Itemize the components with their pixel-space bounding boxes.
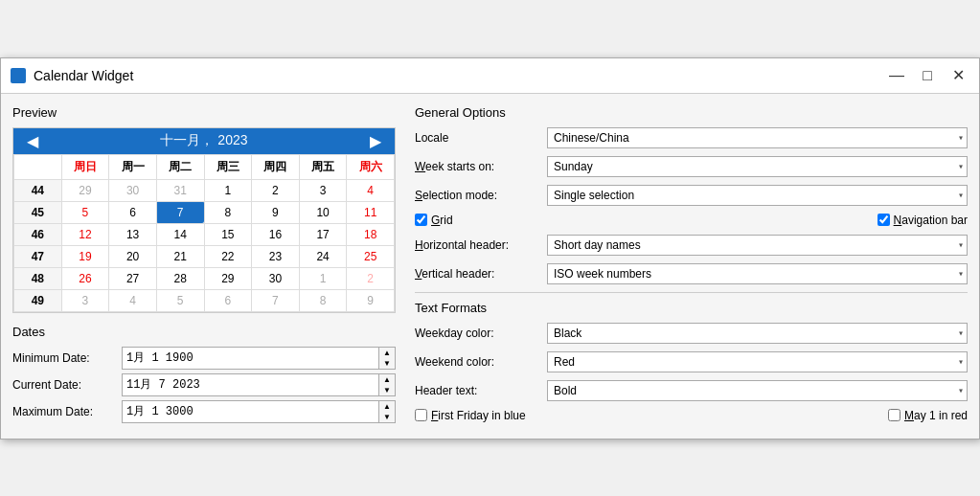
week-number: 49 <box>14 289 62 311</box>
weekday-color-select[interactable]: Black Blue Red Green <box>547 323 968 344</box>
maximum-date-input[interactable] <box>123 401 378 422</box>
sunday-header: 周日 <box>61 154 109 179</box>
calendar-day[interactable]: 7 <box>156 201 204 223</box>
prev-month-button[interactable]: ◀ <box>21 132 44 150</box>
bottom-checkboxes-row: First Friday in blue May 1 in red <box>415 409 968 422</box>
week-number: 48 <box>14 267 62 289</box>
minimum-date-input[interactable] <box>123 348 378 369</box>
current-date-row: Current Date: ▲ ▼ <box>12 373 396 396</box>
header-text-label: Header text: <box>415 384 539 397</box>
horizontal-header-label: Horizontal header: <box>415 238 539 252</box>
may1-group: May 1 in red <box>888 409 968 422</box>
header-text-select[interactable]: Bold Normal Italic <box>547 380 968 401</box>
weekday-color-label: Weekday color: <box>415 327 539 340</box>
calendar-day[interactable]: 1 <box>299 267 347 289</box>
navbar-checkbox[interactable] <box>877 214 890 226</box>
calendar-day[interactable]: 18 <box>347 223 395 245</box>
first-friday-checkbox[interactable] <box>415 409 427 421</box>
next-month-button[interactable]: ▶ <box>364 132 387 150</box>
calendar-day[interactable]: 24 <box>299 245 347 267</box>
locale-select[interactable]: Chinese/China English/US French/France <box>547 127 968 148</box>
calendar-day[interactable]: 10 <box>299 201 347 223</box>
calendar-day[interactable]: 29 <box>204 267 252 289</box>
calendar-day[interactable]: 4 <box>109 289 157 311</box>
grid-checkbox[interactable] <box>415 214 427 226</box>
saturday-header: 周六 <box>347 154 395 179</box>
horizontal-header-select[interactable]: Short day names Single letter names Long… <box>547 235 968 256</box>
dates-label: Dates <box>12 325 396 339</box>
maximum-date-spinners: ▲ ▼ <box>378 401 395 422</box>
week-col-header <box>14 154 62 179</box>
calendar-day[interactable]: 26 <box>61 267 109 289</box>
maximum-date-row: Maximum Date: ▲ ▼ <box>12 400 396 423</box>
calendar-day[interactable]: 2 <box>252 179 300 201</box>
horizontal-header-select-wrap: Short day names Single letter names Long… <box>547 235 968 256</box>
calendar-day[interactable]: 11 <box>347 201 395 223</box>
calendar-day[interactable]: 7 <box>252 289 300 311</box>
maximum-date-up[interactable]: ▲ <box>379 401 395 412</box>
minimum-date-up[interactable]: ▲ <box>379 348 395 358</box>
current-date-down[interactable]: ▼ <box>379 385 395 395</box>
section-divider <box>415 292 968 293</box>
weekend-color-select-wrap: Red Black Blue Green ▾ <box>547 351 968 372</box>
calendar-icon <box>11 68 26 83</box>
selection-mode-label: Selection mode: <box>415 189 539 202</box>
calendar-day[interactable]: 28 <box>156 267 204 289</box>
minimize-button[interactable]: — <box>885 64 908 87</box>
calendar-day[interactable]: 1 <box>204 179 252 201</box>
vertical-header-select[interactable]: ISO week numbers None <box>547 263 968 284</box>
current-date-up[interactable]: ▲ <box>379 374 395 385</box>
calendar-day[interactable]: 23 <box>252 245 300 267</box>
calendar-day[interactable]: 3 <box>61 289 109 311</box>
calendar-day[interactable]: 8 <box>204 201 252 223</box>
selection-mode-select-wrap: Single selection Multi selection Range s… <box>547 185 968 206</box>
calendar-day[interactable]: 19 <box>61 245 109 267</box>
calendar-widget-window: Calendar Widget — □ ✕ Preview ◀ 十一月， 202… <box>0 57 980 440</box>
calendar-day[interactable]: 30 <box>252 267 300 289</box>
current-date-input[interactable] <box>123 374 378 395</box>
weekend-color-row: Weekend color: Red Black Blue Green ▾ <box>415 351 968 372</box>
calendar-day[interactable]: 6 <box>204 289 252 311</box>
calendar-day[interactable]: 9 <box>252 201 300 223</box>
maximize-button[interactable]: □ <box>916 64 939 87</box>
calendar-day[interactable]: 29 <box>61 179 109 201</box>
calendar-day[interactable]: 8 <box>299 289 347 311</box>
navbar-label: Navigation bar <box>894 214 968 227</box>
week-starts-select[interactable]: Sunday Monday Saturday <box>547 156 968 177</box>
calendar-day[interactable]: 14 <box>156 223 204 245</box>
calendar-body: 4429303112344556789101146121314151617184… <box>14 179 395 311</box>
calendar-day[interactable]: 31 <box>156 179 204 201</box>
thursday-header: 周四 <box>252 154 300 179</box>
calendar-day[interactable]: 2 <box>347 267 395 289</box>
minimum-date-label: Minimum Date: <box>12 351 118 365</box>
calendar-day[interactable]: 3 <box>299 179 347 201</box>
calendar-day[interactable]: 25 <box>347 245 395 267</box>
calendar-day[interactable]: 9 <box>347 289 395 311</box>
calendar-day[interactable]: 20 <box>109 245 157 267</box>
calendar-day[interactable]: 6 <box>109 201 157 223</box>
calendar-day[interactable]: 13 <box>109 223 157 245</box>
minimum-date-down[interactable]: ▼ <box>379 358 395 369</box>
calendar-day[interactable]: 30 <box>109 179 157 201</box>
calendar-month-year: 十一月， 2023 <box>160 132 247 149</box>
week-number: 47 <box>14 245 62 267</box>
maximum-date-down[interactable]: ▼ <box>379 412 395 422</box>
close-button[interactable]: ✕ <box>946 64 969 87</box>
calendar-day[interactable]: 12 <box>61 223 109 245</box>
week-number: 46 <box>14 223 62 245</box>
calendar-day[interactable]: 21 <box>156 245 204 267</box>
calendar-day[interactable]: 27 <box>109 267 157 289</box>
grid-checkbox-group: Grid <box>415 214 692 227</box>
calendar-day[interactable]: 16 <box>252 223 300 245</box>
calendar-day[interactable]: 5 <box>156 289 204 311</box>
calendar-day[interactable]: 17 <box>299 223 347 245</box>
calendar-day[interactable]: 5 <box>61 201 109 223</box>
calendar-day[interactable]: 4 <box>347 179 395 201</box>
calendar-day[interactable]: 22 <box>204 245 252 267</box>
weekend-color-select[interactable]: Red Black Blue Green <box>547 351 968 372</box>
calendar-day[interactable]: 15 <box>204 223 252 245</box>
header-text-select-wrap: Bold Normal Italic ▾ <box>547 380 968 401</box>
selection-mode-select[interactable]: Single selection Multi selection Range s… <box>547 185 968 206</box>
may1-checkbox[interactable] <box>888 409 900 421</box>
grid-label: Grid <box>431 214 453 227</box>
